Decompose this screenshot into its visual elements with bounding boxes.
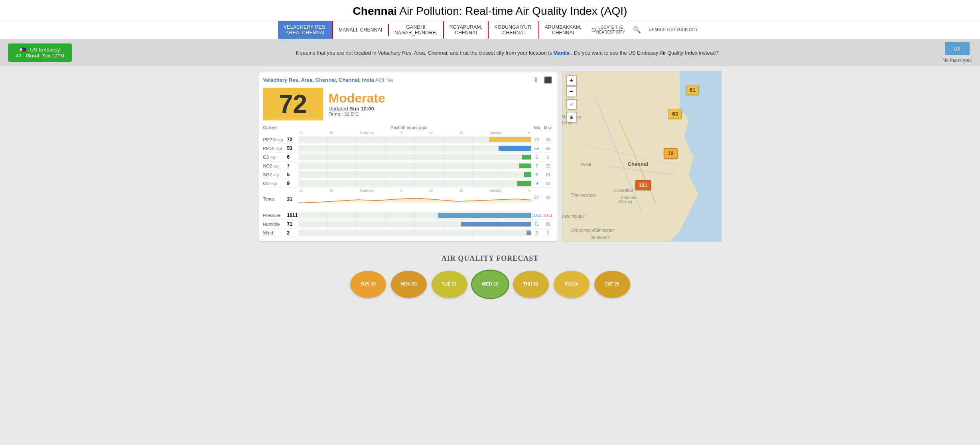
- humidity-label: Humidity: [263, 222, 287, 226]
- pm25-min: 72: [531, 137, 542, 142]
- forecast-day-sun19[interactable]: SUN 19: [350, 271, 386, 298]
- map-marker-131[interactable]: 131: [635, 180, 651, 190]
- pm10-bar: [499, 146, 531, 151]
- nav-item-manali[interactable]: Manali, Chennai: [333, 24, 389, 36]
- pm10-label: PM10 AQI: [263, 146, 287, 151]
- no2-bar: [519, 163, 531, 168]
- forecast-days: SUN 19 MON 20 TUE 21 WED 22 THU 23 FRI 2…: [0, 271, 980, 298]
- nav-search-label: Search for Your City: [649, 28, 698, 32]
- chart-col-past: Past 48 hours data: [287, 125, 531, 130]
- aqi-temp-value: 30.5°C: [344, 112, 359, 117]
- aqi-updated-time: Sun 10:00: [349, 106, 374, 112]
- pressure-bar: [438, 213, 531, 218]
- time-saturday: Saturday: [360, 131, 374, 135]
- forecast-section: Air Quality Forecast SUN 19 MON 20 TUE 2…: [0, 246, 980, 310]
- map-marker-61[interactable]: 61: [686, 85, 699, 95]
- o3-bar: [522, 155, 531, 159]
- nav-bar: Velachery Res.Area, Chennai Manali, Chen…: [0, 21, 980, 39]
- forecast-day-mon20-label: MON 20: [400, 282, 417, 286]
- map-marker-72[interactable]: 72: [664, 148, 677, 159]
- panel-actions: ⇧ ⬛: [532, 75, 554, 85]
- nav-item-royapuram[interactable]: Royapuram,Chennai: [444, 21, 489, 39]
- chart-row-pressure: Pressure 1011 1011 1011: [263, 211, 554, 220]
- map-zoom-out[interactable]: −: [566, 87, 577, 97]
- co-max: 10: [542, 181, 554, 186]
- time-sunday: Sunday: [490, 131, 502, 135]
- co-label: CO AQI: [263, 181, 287, 186]
- pm10-max: 56: [542, 146, 554, 151]
- humidity-max: 89: [542, 222, 554, 226]
- pm10-min: 53: [531, 146, 542, 151]
- map-panel: Thiruvallur District Avadi Thirumazhisai…: [562, 71, 722, 242]
- svg-text:Tambaram: Tambaram: [590, 235, 609, 240]
- nav-item-arumbakkam[interactable]: Arumbakkam,Chennai: [539, 21, 587, 39]
- humidity-bar: [461, 222, 531, 226]
- no2-value: 7: [287, 163, 298, 169]
- forecast-day-sat25[interactable]: SAT 25: [594, 271, 630, 298]
- map-marker-63[interactable]: 63: [668, 109, 681, 119]
- page-title-rest: Air Pollution: Real-time Air Quality Ind…: [397, 5, 627, 17]
- map-layer[interactable]: ⊞: [566, 112, 577, 122]
- forecast-day-thu23[interactable]: THU 23: [513, 271, 549, 298]
- nav-item-kodungaiyur[interactable]: Kodungaiyur,Chennai: [489, 21, 539, 39]
- o3-value: 6: [287, 154, 298, 160]
- time2-12b: 12: [429, 189, 433, 193]
- widget-button[interactable]: ⬛: [542, 75, 554, 85]
- so2-max: 15: [542, 172, 554, 177]
- wind-min: 2: [531, 230, 542, 235]
- chart-header: Current Past 48 hours data Min Max: [263, 125, 554, 130]
- wind-max: 2: [542, 230, 554, 235]
- no2-chart: [298, 163, 531, 169]
- notification-city-link[interactable]: Manila: [553, 50, 569, 56]
- nav-search-text-button[interactable]: Search for Your City: [645, 25, 702, 35]
- temp-label: Temp.: [263, 195, 287, 201]
- map-expand[interactable]: ⤢: [566, 99, 577, 110]
- forecast-day-tue21[interactable]: TUE 21: [432, 271, 467, 298]
- nav-locate-button[interactable]: ⊙ Locate theNearest City: [587, 23, 629, 37]
- pm10-chart: [298, 145, 531, 152]
- time-6: 6: [400, 131, 402, 135]
- chart-row-pm10: PM10 AQI 53 53 56: [263, 144, 554, 153]
- temp-sparkline: [298, 195, 531, 210]
- svg-text:Chennai: Chennai: [620, 195, 636, 200]
- nav-item-gandhi[interactable]: GandhiNagar_ennore,: [389, 21, 444, 39]
- nav-item-velachery[interactable]: Velachery Res.Area, Chennai: [278, 21, 333, 39]
- forecast-day-thu23-label: THU 23: [523, 282, 538, 286]
- time2-6: 6: [400, 189, 402, 193]
- no2-max: 22: [542, 163, 554, 168]
- embassy-name: US Embassy: [30, 47, 60, 53]
- no2-min: 7: [531, 163, 542, 168]
- svg-text:Chennai: Chennai: [627, 161, 648, 167]
- pm25-max: 75: [542, 137, 554, 142]
- forecast-day-fri24[interactable]: FRI 24: [554, 271, 590, 298]
- locate-icon: ⊙: [591, 26, 596, 33]
- notification-message: It seems that you are not located in Vel…: [80, 50, 935, 56]
- time-6b: 6: [528, 131, 530, 135]
- aqi-temp: Temp.: 30.5°C: [329, 112, 385, 117]
- ok-button[interactable]: ok: [945, 42, 970, 55]
- time-18b: 18: [459, 131, 463, 135]
- time2-18b: 18: [459, 189, 463, 193]
- forecast-day-mon20[interactable]: MON 20: [391, 271, 427, 298]
- pm25-label: PM2.5 AQI: [263, 137, 287, 142]
- forecast-title: Air Quality Forecast: [0, 254, 980, 263]
- pm25-chart: [298, 136, 531, 143]
- map-zoom-in[interactable]: +: [566, 75, 577, 86]
- panel-title: Velachery Res. Area, Chennai, Chennai, I…: [263, 77, 393, 83]
- co-bar: [517, 181, 531, 186]
- city-name: Chennai: [353, 5, 397, 17]
- humidity-min: 71: [531, 222, 542, 226]
- pressure-chart: [298, 212, 531, 219]
- nav-search-icon-button[interactable]: 🔍: [629, 24, 645, 37]
- forecast-day-sun19-label: SUN 19: [360, 282, 376, 286]
- no-thanks-button[interactable]: No thank you.: [943, 57, 972, 63]
- aqi-status: Moderate: [329, 91, 385, 106]
- share-button[interactable]: ⇧: [532, 75, 540, 85]
- co-chart: [298, 180, 531, 187]
- temp-max: 32: [542, 195, 554, 200]
- notification-post: . Do you want to see the US Embassy Air …: [571, 50, 719, 56]
- wind-bar: [526, 230, 531, 235]
- o3-label: O3 AQI: [263, 155, 287, 159]
- forecast-day-wed22[interactable]: WED 22: [472, 271, 508, 298]
- chart-row-pm25: PM2.5 AQI 72 72 75: [263, 135, 554, 144]
